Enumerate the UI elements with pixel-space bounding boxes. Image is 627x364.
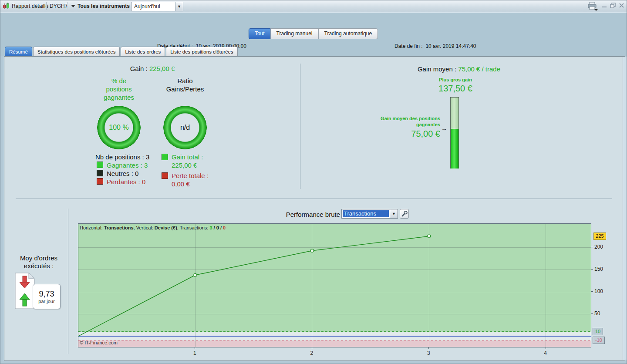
copyright-label: © IT-Finance.com xyxy=(80,340,118,345)
section-divider xyxy=(16,199,612,199)
orders-avg-title: Moy d'ordres exécutés : xyxy=(8,254,69,270)
tab-liste-positions[interactable]: Liste des positions clôturées xyxy=(166,47,237,57)
restore-button[interactable] xyxy=(610,3,616,9)
date-end-value: 10 avr. 2019 14:47:40 xyxy=(425,43,476,49)
y-axis-tick xyxy=(591,269,593,270)
y-axis-tick-label: 50 xyxy=(594,310,600,317)
positions-count: Nb de positions : 3 xyxy=(95,153,149,161)
avg-gain-line: Gain moyen : 75,00 € / trade xyxy=(384,65,534,73)
gain-line: Gain : 225,00 € xyxy=(95,65,209,72)
x-mode-select[interactable]: Transactions ▼ xyxy=(341,209,398,219)
legend-neutral: Neutres : 0 xyxy=(107,170,138,177)
performance-title: Performance brute xyxy=(262,211,340,218)
x-axis-tick-label: 4 xyxy=(541,350,550,356)
gain-bar-upper xyxy=(451,98,458,129)
current-value-badge: 225 xyxy=(593,233,606,240)
y-axis-tick-label: 100 xyxy=(594,288,603,294)
legend-losing: Perdantes : 0 xyxy=(107,178,145,185)
y-axis-tick xyxy=(591,313,593,314)
y-axis-tick-label: 150 xyxy=(594,266,603,272)
gain-loss-ratio-donut: n/d xyxy=(163,106,207,149)
chevron-down-icon[interactable]: ▼ xyxy=(175,2,183,11)
minimize-button[interactable] xyxy=(601,3,607,9)
close-button[interactable] xyxy=(618,3,625,9)
trading-mode-switch: Tout Trading manuel Trading automatique xyxy=(249,28,378,39)
gain-total-label: Gain total : xyxy=(172,153,203,161)
date-end-label: Date de fin : xyxy=(394,43,423,49)
avg-win-label: Gain moyen des positions gagnantes xyxy=(375,115,440,128)
legend-swatch-loss-total xyxy=(162,172,168,179)
orders-avg-badge: 9,73 par jour xyxy=(33,284,61,309)
summary-divider xyxy=(300,64,300,189)
x-axis-tick xyxy=(195,347,195,349)
gain-bar xyxy=(450,97,459,169)
chart-settings-button[interactable] xyxy=(400,209,409,219)
winning-positions-value: 100 % xyxy=(109,124,128,131)
tab-statistiques[interactable]: Statistiques des positions clôturées xyxy=(33,47,120,57)
printer-icon xyxy=(587,1,600,11)
tab-liste-ordres[interactable]: Liste des ordres xyxy=(121,47,165,57)
date-end: Date de fin : 10 avr. 2019 14:47:40 xyxy=(394,43,476,49)
performance-divider xyxy=(68,209,68,354)
y-axis-tick xyxy=(591,291,593,292)
instruments-filter-menu[interactable]: Tous les instruments xyxy=(78,3,130,9)
x-axis-tick-label: 3 xyxy=(424,350,433,356)
gain-total-value: 225,00 € xyxy=(172,162,197,169)
x-axis-tick xyxy=(546,347,546,349)
legend-swatch-gain-total xyxy=(162,154,168,160)
orders-avg-unit: par jour xyxy=(38,299,54,304)
window-title: Rapport détaillé xyxy=(12,3,48,9)
period-dropdown-value: Aujourd'hui xyxy=(131,3,160,10)
y-axis-tick xyxy=(591,247,593,247)
biggest-gain-label: Plus gros gain xyxy=(405,77,506,82)
x-axis-tick xyxy=(428,347,429,349)
gain-loss-ratio-value: n/d xyxy=(180,124,190,131)
print-button[interactable] xyxy=(587,1,600,11)
lower-band-badge: -10 xyxy=(593,337,605,344)
wrench-icon xyxy=(401,211,408,217)
title-bar: Rapport détaillé DYGH7 Tous les instrume… xyxy=(0,0,627,12)
report-window: Rapport détaillé DYGH7 Tous les instrume… xyxy=(0,0,627,364)
y-axis-tick-label: 200 xyxy=(594,244,603,250)
chevron-down-icon xyxy=(71,5,75,7)
loss-total-value: 0,00 € xyxy=(172,180,190,188)
candlestick-icon xyxy=(2,2,10,10)
gain-label: Gain : xyxy=(130,65,148,72)
legend-swatch-neutral xyxy=(97,170,103,176)
legend-swatch-winning xyxy=(97,162,103,168)
chart-header: Horizontal: Transactions, Vertical: Devi… xyxy=(80,225,226,230)
period-dropdown[interactable]: Aujourd'hui ▼ xyxy=(131,2,183,11)
upper-band-badge: 10 xyxy=(593,328,603,335)
gain-value: 225,00 € xyxy=(149,65,175,72)
report-tabs: Résumé Statistiques des positions clôtur… xyxy=(5,47,238,57)
performance-chart[interactable]: Horizontal: Transactions, Vertical: Devi… xyxy=(78,223,591,347)
count-losing: 0 xyxy=(223,225,226,230)
orders-per-day-icon xyxy=(15,273,35,309)
winning-positions-title: % de positions gagnantes xyxy=(86,77,152,101)
legend-swatch-losing xyxy=(97,178,103,185)
titlebar-separator xyxy=(46,2,47,10)
titlebar-separator xyxy=(67,2,67,10)
mode-button-auto[interactable]: Trading automatique xyxy=(318,28,378,39)
gain-bar-lower xyxy=(451,129,458,169)
x-axis-tick-label: 1 xyxy=(190,350,199,356)
avg-gain-label: Gain moyen : xyxy=(418,65,456,73)
right-scroll-track[interactable] xyxy=(623,57,627,360)
loss-total-label: Perte totale : xyxy=(172,172,209,179)
avg-win-value: 75,00 € xyxy=(384,129,440,139)
instrument-label[interactable]: DYGH7 xyxy=(50,3,67,9)
mode-button-all[interactable]: Tout xyxy=(249,28,271,39)
legend-winning: Gagnantes : 3 xyxy=(107,162,148,169)
avg-gain-value: 75,00 € / trade xyxy=(458,65,500,73)
orders-avg-value: 9,73 xyxy=(39,290,54,299)
chevron-down-icon[interactable]: ▼ xyxy=(390,209,398,218)
tab-resume[interactable]: Résumé xyxy=(5,47,32,57)
winning-positions-donut: 100 % xyxy=(97,106,141,149)
x-axis-tick-label: 2 xyxy=(307,350,317,356)
arrow-right-icon: → xyxy=(441,125,447,132)
biggest-gain-value: 137,50 € xyxy=(405,84,506,94)
gain-loss-ratio-title: Ratio Gains/Pertes xyxy=(152,77,218,93)
x-mode-select-value: Transactions xyxy=(343,210,389,217)
mode-button-manual[interactable]: Trading manuel xyxy=(270,28,319,39)
x-axis-tick xyxy=(312,347,312,349)
